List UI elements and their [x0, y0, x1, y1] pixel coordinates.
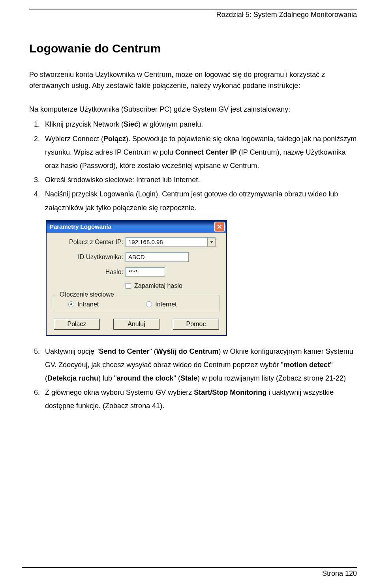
step-5-post5: ) w polu rozwijanym listy (Zobacz stronę…: [197, 374, 346, 382]
step-5-mid: " (: [149, 347, 156, 355]
step-1-post: ) w głównym panelu.: [138, 120, 203, 128]
step-6-pre: Z głównego okna wyboru Systemu GV wybier…: [45, 388, 194, 396]
step-6: Z głównego okna wyboru Systemu GV wybier…: [42, 386, 357, 413]
step-4: Naciśnij przycisk Logowania (Login). Cen…: [42, 187, 357, 214]
connect-button[interactable]: Polacz: [54, 319, 100, 330]
chevron-down-icon: [210, 241, 213, 243]
ip-combo[interactable]: 192.168.0.98: [126, 237, 216, 247]
radio-internet-circle[interactable]: [146, 301, 152, 307]
step-5-b5: around the clock: [116, 374, 173, 382]
ip-input[interactable]: 192.168.0.98: [126, 237, 208, 247]
close-button[interactable]: [214, 222, 225, 232]
step-5-post4: " (: [174, 374, 180, 382]
step-5-b2: Wyślij do Centrum: [156, 347, 219, 355]
radio-intranet-circle[interactable]: [68, 301, 74, 307]
ip-dropdown-button[interactable]: [208, 237, 216, 247]
dialog-body: Polacz z Center IP: 192.168.0.98 ID Uzyt…: [47, 233, 226, 335]
subintro-paragraph: Na komputerze Użytkownika (Subscriber PC…: [29, 103, 357, 116]
steps-list-2: Uaktywnij opcję "Send to Center" (Wyślij…: [29, 345, 357, 413]
step-2-bold-2: Connect Center IP: [175, 148, 237, 156]
close-icon: [217, 224, 222, 229]
step-5-b1: Send to Center: [99, 347, 149, 355]
page-number: Strona 120: [322, 569, 357, 577]
groupbox-caption: Otoczenie sieciowe: [57, 291, 116, 298]
label-ip: Polacz z Center IP:: [52, 239, 126, 246]
network-radios: Intranet Internet: [56, 301, 216, 308]
chapter-header: Rozdział 5: System Zdalnego Monitorowani…: [29, 11, 357, 19]
step-2: Wybierz Connect (Połącz). Spowoduje to p…: [42, 132, 357, 173]
intro-paragraph: Po stworzeniu konta Użytkownika w Centru…: [29, 69, 357, 91]
dialog-buttons: Polacz Anuluj Pomoc: [52, 319, 221, 330]
radio-intranet-label: Intranet: [77, 301, 99, 308]
user-input[interactable]: ABCD: [126, 252, 189, 262]
header-rule: [29, 9, 357, 9]
radio-selected-dot: [70, 303, 72, 305]
step-2-bold-1: Połącz: [103, 135, 126, 143]
dialog-title: Parametry Logowania: [50, 223, 111, 230]
remember-checkbox[interactable]: [126, 283, 131, 289]
row-ip: Polacz z Center IP: 192.168.0.98: [52, 237, 221, 247]
login-dialog: Parametry Logowania Polacz z Center IP: …: [46, 220, 227, 336]
page-title: Logowanie do Centrum: [29, 42, 357, 55]
step-5-b6: Stale: [180, 374, 197, 382]
row-pass: Haslo: ****: [52, 267, 221, 277]
step-5-pre: Uaktywnij opcję ": [45, 347, 99, 355]
radio-internet[interactable]: Internet: [146, 301, 176, 308]
step-6-b1: Start/Stop Monitoring: [194, 388, 266, 396]
cancel-button[interactable]: Anuluj: [113, 319, 159, 330]
step-5: Uaktywnij opcję "Send to Center" (Wyślij…: [42, 345, 357, 385]
step-3: Określ środowisko sieciowe: Intranet lub…: [42, 173, 357, 187]
radio-internet-label: Internet: [155, 301, 176, 308]
dialog-titlebar[interactable]: Parametry Logowania: [47, 221, 226, 233]
label-user: ID Uzytkownika:: [52, 254, 126, 261]
page-footer: Strona 120: [22, 567, 357, 578]
step-1: Kliknij przycisk Network (Sieć) w główny…: [42, 118, 357, 131]
row-user: ID Uzytkownika: ABCD: [52, 252, 221, 262]
step-1-bold: Sieć: [124, 120, 138, 128]
step-5-b4: Detekcja ruchu: [47, 374, 98, 382]
pass-input[interactable]: ****: [126, 267, 165, 277]
step-1-pre: Kliknij przycisk Network (: [45, 120, 124, 128]
network-groupbox: Otoczenie sieciowe Intranet Internet: [53, 295, 220, 312]
step-5-b3: motion detect: [283, 361, 330, 369]
radio-intranet[interactable]: Intranet: [68, 301, 99, 308]
help-button[interactable]: Pomoc: [173, 319, 219, 330]
steps-list: Kliknij przycisk Network (Sieć) w główny…: [29, 118, 357, 214]
remember-row[interactable]: Zapamietaj haslo: [126, 282, 221, 289]
step-2-pre: Wybierz Connect (: [45, 135, 103, 143]
label-pass: Haslo:: [52, 269, 126, 276]
step-5-post3: ) lub ": [98, 374, 116, 382]
remember-label: Zapamietaj haslo: [134, 282, 182, 289]
